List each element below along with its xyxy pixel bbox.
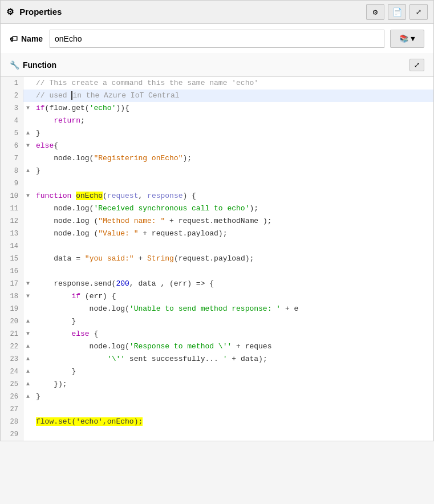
table-row: 17 ▼ response.send(200, data , (err) => … (1, 278, 433, 290)
expand-button[interactable]: ⤢ (409, 4, 428, 20)
name-row: 🏷 Name 📚 ▼ (1, 24, 433, 54)
table-row: 4 return; (1, 115, 433, 127)
table-row: 9 (1, 177, 433, 190)
table-row: 14 (1, 240, 433, 253)
document-button[interactable]: 📄 (388, 4, 406, 20)
table-row: 20 ▲ } (1, 315, 433, 328)
table-row: 12 node.log ("Method name: " + request.m… (1, 215, 433, 227)
tag-icon: 🏷 (10, 34, 18, 43)
table-row: 25 ▲ }); (1, 378, 433, 391)
table-row: 28 flow.set('echo',onEcho); (1, 416, 433, 428)
table-row: 15 data = "you said:" + String(request.p… (1, 253, 433, 265)
table-row: 29 (1, 428, 433, 441)
table-row: 21 ▼ else { (1, 328, 433, 340)
function-header: 🔧 Function ⤢ (1, 54, 433, 76)
function-expand-button[interactable]: ⤢ (409, 59, 424, 71)
function-label: 🔧 Function (10, 60, 409, 70)
table-row: 5 ▲ } (1, 127, 433, 140)
gear-icon: ⚙ (6, 7, 14, 17)
table-row: 27 (1, 403, 433, 416)
table-row: 13 node.log ("Value: " + request.payload… (1, 227, 433, 240)
table-row: 16 (1, 265, 433, 278)
table-row: 1 // This create a command this the same… (1, 77, 433, 90)
dropdown-arrow: ▼ (411, 35, 415, 43)
table-row: 24 ▲ } (1, 365, 433, 378)
table-row: 22 ▲ node.log('Response to method \'' + … (1, 340, 433, 353)
book-icon: 📚 (399, 34, 408, 43)
wrench-icon: 🔧 (10, 60, 19, 70)
table-row: 23 ▲ '\'' sent successfully... ' + data)… (1, 353, 433, 365)
name-dropdown[interactable]: 📚 ▼ (390, 30, 424, 48)
table-row: 6 ▼ else{ (1, 140, 433, 152)
code-editor[interactable]: 1 // This create a command this the same… (1, 76, 433, 441)
table-row: 8 ▲ } (1, 165, 433, 177)
table-row: 19 node.log('Unable to send method respo… (1, 303, 433, 315)
table-row: 18 ▼ if (err) { (1, 290, 433, 303)
settings-button[interactable]: ⚙ (366, 4, 384, 20)
table-row: 26 ▲ } (1, 391, 433, 403)
table-row: 7 node.log("Registering onEcho"); (1, 152, 433, 165)
table-row: 10 ▼ function onEcho(request, response) … (1, 190, 433, 202)
table-row: 2 // used in the Azure IoT Central (1, 90, 433, 102)
toolbar: ⚙ Properties ⚙ 📄 ⤢ (1, 1, 433, 24)
toolbar-title: ⚙ Properties (6, 7, 363, 17)
name-label: 🏷 Name (10, 34, 44, 43)
properties-panel: ⚙ Properties ⚙ 📄 ⤢ 🏷 Name 📚 ▼ 🔧 Function… (0, 0, 434, 441)
table-row: 3 ▼ if(flow.get('echo')){ (1, 102, 433, 115)
table-row: 11 node.log('Received synchronous call t… (1, 202, 433, 215)
name-input[interactable] (50, 30, 384, 48)
